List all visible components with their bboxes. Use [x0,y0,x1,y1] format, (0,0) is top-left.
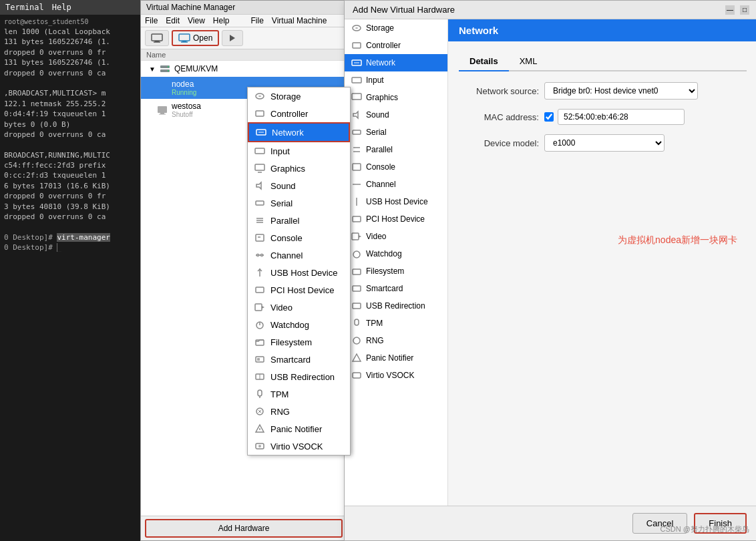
qemu-kvm-group[interactable]: ▼ QEMU/KVM [141,61,346,77]
svg-rect-67 [255,164,264,170]
add-hardware-button[interactable]: Add Hardware [145,519,343,538]
svg-rect-3 [179,34,190,41]
svg-rect-85 [256,340,264,345]
hw-item-controller[interactable]: Controller [345,37,447,54]
maximize-button[interactable]: □ [740,5,749,15]
hw-item-smartcard[interactable]: Smartcard [345,280,447,297]
menu-file[interactable]: File [145,16,158,25]
dialog-tabs: Details XML [459,52,747,71]
menu-item-input[interactable]: Input [248,142,350,160]
hw-parallel-label: Parallel [366,145,393,154]
mac-address-input[interactable] [558,109,685,125]
hw-item-usb-redir[interactable]: USB Redirection [345,297,447,315]
virt-manager-cmd: virt-manager [57,233,110,242]
hw-item-watchdog[interactable]: Watchdog [345,245,447,262]
menu-item-tpm[interactable]: TPM [248,385,350,403]
terminal-line: c54:ff:fecc:2fd3 prefix [4,160,136,170]
svg-rect-63 [256,111,264,116]
hw-item-tpm[interactable]: TPM [345,315,447,332]
tab-xml[interactable]: XML [509,52,548,71]
hw-item-panic[interactable]: Panic Notifier [345,349,447,367]
hw-smartcard-label: Smartcard [366,284,403,293]
hw-usb-redir-icon [351,301,362,311]
hw-item-vsock[interactable]: Virtio VSOCK [345,367,447,384]
terminal-menu-help[interactable]: Help [52,3,71,12]
network-source-control: Bridge br0: Host device vnet0 [544,82,747,100]
minimize-button[interactable]: — [725,5,735,15]
nodea-name: nodea [172,79,196,89]
mac-address-row: MAC address: [459,109,747,125]
menu-item-pci-host[interactable]: PCI Host Device [248,281,350,299]
menu-item-controller[interactable]: Controller [248,105,350,122]
hw-item-sound[interactable]: Sound [345,106,447,124]
network-source-select[interactable]: Bridge br0: Host device vnet0 [544,82,698,100]
hw-item-input[interactable]: Input [345,71,447,89]
dialog-titlebar: Add New Virtual Hardware — □ [345,1,756,19]
svg-marker-122 [353,354,361,361]
menu-item-filesystem[interactable]: Filesystem [248,333,350,351]
menu-file2[interactable]: File [251,16,264,25]
storage-menu-label: Storage [270,92,301,102]
hw-item-parallel[interactable]: Parallel [345,141,447,158]
hw-item-network[interactable]: Network [345,54,447,71]
hw-item-rng[interactable]: RNG [345,332,447,349]
device-model-select[interactable]: e1000 [544,134,665,152]
hw-item-console[interactable]: Console [345,158,447,176]
hw-item-channel[interactable]: Channel [345,176,447,193]
hw-serial-icon [351,127,362,138]
qemu-kvm-label: QEMU/KVM [174,64,218,73]
terminal-line: dropped 0 overruns 0 fr [4,47,136,57]
menu-item-smartcard[interactable]: Smartcard [248,351,350,368]
menu-item-console[interactable]: Console [248,229,350,246]
hw-item-video[interactable]: Video [345,228,447,245]
menu-item-parallel[interactable]: Parallel [248,212,350,229]
tab-details[interactable]: Details [459,52,509,71]
menu-item-panic[interactable]: Panic Notifier [248,420,350,437]
hw-item-pci-host[interactable]: PCI Host Device [345,210,447,228]
terminal-line: BROADCAST,RUNNING,MULTIC [4,150,136,160]
menu-item-serial[interactable]: Serial [248,194,350,212]
menu-item-channel[interactable]: Channel [248,246,350,264]
hw-item-filesystem[interactable]: Filesystem [345,262,447,280]
menu-item-virtio-vsock[interactable]: Virtio VSOCK [248,437,350,455]
menu-item-watchdog[interactable]: Watchdog [248,316,350,333]
menu-item-storage[interactable]: Storage [248,87,350,105]
hw-item-storage[interactable]: Storage [345,19,447,37]
open-button[interactable]: Open [172,30,219,46]
panic-menu-icon [254,423,265,434]
svg-rect-0 [152,34,162,41]
menu-item-graphics[interactable]: Graphics [248,160,350,177]
menu-item-rng[interactable]: RNG [248,403,350,420]
hw-pci-host-label: PCI Host Device [366,214,425,224]
play-button[interactable] [222,30,243,46]
controller-menu-icon [254,108,265,119]
menu-item-video[interactable]: Video [248,299,350,316]
rng-menu-icon [254,406,265,417]
hw-item-usb-host[interactable]: USB Host Device [345,193,447,210]
menu-item-usb-redir[interactable]: USB Redirection [248,368,350,385]
svg-marker-69 [256,182,261,189]
vm-icon2 [157,105,168,116]
menu-help[interactable]: Help [213,16,230,25]
terminal-menu-terminal[interactable]: Terminal [5,3,44,12]
hw-sound-icon [351,110,362,120]
menu-view[interactable]: View [188,16,205,25]
hw-item-graphics[interactable]: Graphics [345,89,447,106]
menu-item-sound[interactable]: Sound [248,177,350,194]
rng-menu-label: RNG [270,407,290,417]
menu-virtual-machine[interactable]: Virtual Machine [272,16,327,25]
dialog-left-panel: Storage Controller Network Input Graphic… [345,19,448,506]
mac-checkbox[interactable] [544,112,554,122]
menu-item-network[interactable]: Network [248,122,350,142]
menu-item-usb-host[interactable]: USB Host Device [248,264,350,281]
hw-item-serial[interactable]: Serial [345,124,447,141]
input-menu-label: Input [270,146,290,156]
svg-rect-105 [352,94,361,100]
virt-bottom-bar: Add Hardware [141,516,347,540]
terminal-line: 122.1 netmask 255.255.2 [4,99,136,109]
watchdog-menu-icon [254,319,265,330]
menu-edit[interactable]: Edit [166,16,180,25]
add-hw-dialog: Add New Virtual Hardware — □ Storage Con… [344,0,756,541]
new-vm-button[interactable] [145,30,169,46]
mac-address-control [544,109,747,125]
